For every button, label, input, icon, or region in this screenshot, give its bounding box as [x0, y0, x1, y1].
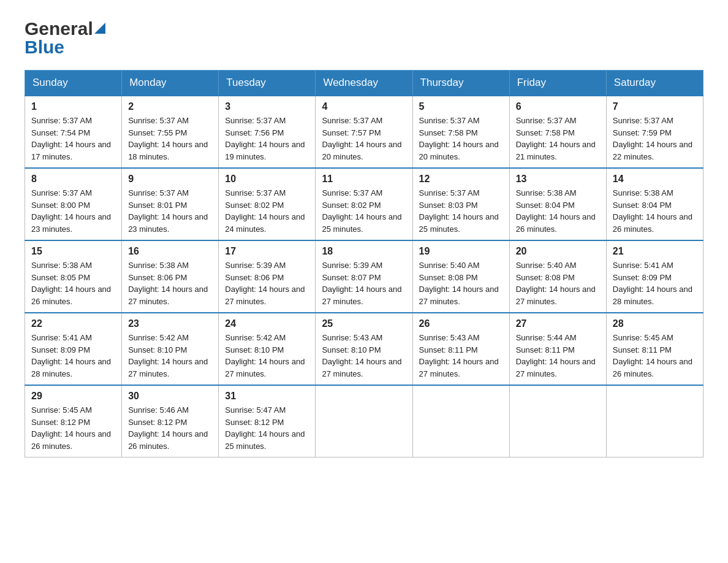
day-number: 19 [419, 246, 503, 257]
day-number: 31 [225, 391, 309, 402]
logo-blue-word: Blue [25, 37, 105, 58]
calendar-cell: 13 Sunrise: 5:38 AM Sunset: 8:04 PM Dayl… [509, 168, 606, 240]
day-number: 26 [419, 318, 503, 329]
day-number: 1 [31, 101, 115, 112]
calendar-cell: 27 Sunrise: 5:44 AM Sunset: 8:11 PM Dayl… [509, 313, 606, 385]
day-info: Sunrise: 5:37 AM Sunset: 7:59 PM Dayligh… [613, 115, 697, 163]
day-number: 29 [31, 391, 115, 402]
calendar-cell: 6 Sunrise: 5:37 AM Sunset: 7:58 PM Dayli… [509, 96, 606, 168]
day-info: Sunrise: 5:46 AM Sunset: 8:12 PM Dayligh… [128, 404, 212, 452]
calendar-cell: 5 Sunrise: 5:37 AM Sunset: 7:58 PM Dayli… [412, 96, 509, 168]
calendar-cell: 7 Sunrise: 5:37 AM Sunset: 7:59 PM Dayli… [606, 96, 703, 168]
day-info: Sunrise: 5:37 AM Sunset: 8:02 PM Dayligh… [225, 187, 309, 235]
calendar-cell: 19 Sunrise: 5:40 AM Sunset: 8:08 PM Dayl… [412, 240, 509, 313]
day-info: Sunrise: 5:42 AM Sunset: 8:10 PM Dayligh… [128, 332, 212, 380]
day-number: 21 [613, 246, 697, 257]
calendar-cell: 23 Sunrise: 5:42 AM Sunset: 8:10 PM Dayl… [122, 313, 219, 385]
logo: General [25, 18, 105, 39]
calendar-cell: 18 Sunrise: 5:39 AM Sunset: 8:07 PM Dayl… [316, 240, 412, 313]
calendar-cell: 11 Sunrise: 5:37 AM Sunset: 8:02 PM Dayl… [316, 168, 412, 240]
calendar-cell: 26 Sunrise: 5:43 AM Sunset: 8:11 PM Dayl… [412, 313, 509, 385]
calendar-cell [412, 385, 509, 458]
day-number: 28 [613, 318, 697, 329]
logo-area: General Blue [25, 18, 105, 58]
day-number: 10 [225, 174, 309, 185]
col-header-tuesday: Tuesday [219, 71, 316, 96]
day-info: Sunrise: 5:37 AM Sunset: 8:03 PM Dayligh… [419, 187, 503, 235]
day-number: 3 [225, 101, 309, 112]
day-number: 14 [613, 174, 697, 185]
day-number: 27 [516, 318, 600, 329]
calendar-cell [316, 385, 412, 458]
day-number: 4 [322, 101, 406, 112]
day-info: Sunrise: 5:37 AM Sunset: 7:58 PM Dayligh… [516, 115, 600, 163]
day-info: Sunrise: 5:41 AM Sunset: 8:09 PM Dayligh… [31, 332, 115, 380]
calendar-cell: 10 Sunrise: 5:37 AM Sunset: 8:02 PM Dayl… [219, 168, 316, 240]
day-info: Sunrise: 5:37 AM Sunset: 7:58 PM Dayligh… [419, 115, 503, 163]
day-info: Sunrise: 5:37 AM Sunset: 7:54 PM Dayligh… [31, 115, 115, 163]
header-row: SundayMondayTuesdayWednesdayThursdayFrid… [25, 71, 703, 96]
svg-marker-0 [94, 23, 105, 34]
calendar-cell [509, 385, 606, 458]
day-info: Sunrise: 5:40 AM Sunset: 8:08 PM Dayligh… [516, 259, 600, 307]
day-info: Sunrise: 5:38 AM Sunset: 8:06 PM Dayligh… [128, 259, 212, 307]
day-number: 7 [613, 101, 697, 112]
day-number: 15 [31, 246, 115, 257]
calendar-cell: 29 Sunrise: 5:45 AM Sunset: 8:12 PM Dayl… [25, 385, 122, 458]
calendar-cell: 9 Sunrise: 5:37 AM Sunset: 8:01 PM Dayli… [122, 168, 219, 240]
day-number: 18 [322, 246, 406, 257]
day-info: Sunrise: 5:39 AM Sunset: 8:07 PM Dayligh… [322, 259, 406, 307]
day-info: Sunrise: 5:37 AM Sunset: 8:00 PM Dayligh… [31, 187, 115, 235]
day-info: Sunrise: 5:45 AM Sunset: 8:11 PM Dayligh… [613, 332, 697, 380]
day-number: 12 [419, 174, 503, 185]
week-row-3: 15 Sunrise: 5:38 AM Sunset: 8:05 PM Dayl… [25, 240, 703, 313]
calendar-cell: 12 Sunrise: 5:37 AM Sunset: 8:03 PM Dayl… [412, 168, 509, 240]
day-info: Sunrise: 5:43 AM Sunset: 8:11 PM Dayligh… [419, 332, 503, 380]
calendar-cell: 21 Sunrise: 5:41 AM Sunset: 8:09 PM Dayl… [606, 240, 703, 313]
day-info: Sunrise: 5:37 AM Sunset: 8:02 PM Dayligh… [322, 187, 406, 235]
day-number: 9 [128, 174, 212, 185]
day-info: Sunrise: 5:37 AM Sunset: 7:56 PM Dayligh… [225, 115, 309, 163]
day-number: 11 [322, 174, 406, 185]
calendar-cell: 4 Sunrise: 5:37 AM Sunset: 7:57 PM Dayli… [316, 96, 412, 168]
day-number: 5 [419, 101, 503, 112]
day-number: 23 [128, 318, 212, 329]
day-info: Sunrise: 5:44 AM Sunset: 8:11 PM Dayligh… [516, 332, 600, 380]
day-number: 30 [128, 391, 212, 402]
day-number: 2 [128, 101, 212, 112]
day-number: 16 [128, 246, 212, 257]
calendar-cell [606, 385, 703, 458]
day-info: Sunrise: 5:45 AM Sunset: 8:12 PM Dayligh… [31, 404, 115, 452]
day-info: Sunrise: 5:41 AM Sunset: 8:09 PM Dayligh… [613, 259, 697, 307]
week-row-1: 1 Sunrise: 5:37 AM Sunset: 7:54 PM Dayli… [25, 96, 703, 168]
page-header: General Blue [25, 18, 703, 58]
day-number: 24 [225, 318, 309, 329]
col-header-sunday: Sunday [25, 71, 122, 96]
day-info: Sunrise: 5:37 AM Sunset: 7:57 PM Dayligh… [322, 115, 406, 163]
logo-general-word: General [25, 18, 93, 39]
calendar-cell: 1 Sunrise: 5:37 AM Sunset: 7:54 PM Dayli… [25, 96, 122, 168]
col-header-monday: Monday [122, 71, 219, 96]
calendar-cell: 3 Sunrise: 5:37 AM Sunset: 7:56 PM Dayli… [219, 96, 316, 168]
day-info: Sunrise: 5:42 AM Sunset: 8:10 PM Dayligh… [225, 332, 309, 380]
col-header-saturday: Saturday [606, 71, 703, 96]
calendar-cell: 24 Sunrise: 5:42 AM Sunset: 8:10 PM Dayl… [219, 313, 316, 385]
week-row-2: 8 Sunrise: 5:37 AM Sunset: 8:00 PM Dayli… [25, 168, 703, 240]
calendar-cell: 17 Sunrise: 5:39 AM Sunset: 8:06 PM Dayl… [219, 240, 316, 313]
col-header-wednesday: Wednesday [316, 71, 412, 96]
day-info: Sunrise: 5:38 AM Sunset: 8:04 PM Dayligh… [516, 187, 600, 235]
calendar-cell: 25 Sunrise: 5:43 AM Sunset: 8:10 PM Dayl… [316, 313, 412, 385]
day-info: Sunrise: 5:40 AM Sunset: 8:08 PM Dayligh… [419, 259, 503, 307]
day-info: Sunrise: 5:39 AM Sunset: 8:06 PM Dayligh… [225, 259, 309, 307]
day-info: Sunrise: 5:37 AM Sunset: 8:01 PM Dayligh… [128, 187, 212, 235]
calendar-cell: 8 Sunrise: 5:37 AM Sunset: 8:00 PM Dayli… [25, 168, 122, 240]
calendar-cell: 2 Sunrise: 5:37 AM Sunset: 7:55 PM Dayli… [122, 96, 219, 168]
calendar-cell: 20 Sunrise: 5:40 AM Sunset: 8:08 PM Dayl… [509, 240, 606, 313]
day-info: Sunrise: 5:38 AM Sunset: 8:04 PM Dayligh… [613, 187, 697, 235]
calendar-cell: 31 Sunrise: 5:47 AM Sunset: 8:12 PM Dayl… [219, 385, 316, 458]
day-info: Sunrise: 5:47 AM Sunset: 8:12 PM Dayligh… [225, 404, 309, 452]
day-number: 22 [31, 318, 115, 329]
calendar-cell: 22 Sunrise: 5:41 AM Sunset: 8:09 PM Dayl… [25, 313, 122, 385]
day-number: 6 [516, 101, 600, 112]
calendar-cell: 30 Sunrise: 5:46 AM Sunset: 8:12 PM Dayl… [122, 385, 219, 458]
